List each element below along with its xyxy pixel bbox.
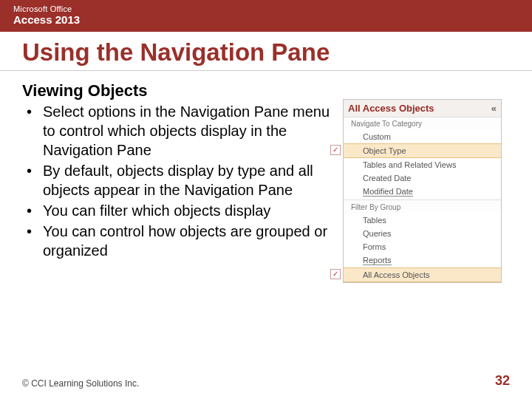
copyright: © CCI Learning Solutions Inc.	[22, 378, 139, 389]
brand-line: Microsoft Office	[13, 4, 519, 13]
bullet-item: You can filter which objects display	[22, 201, 332, 220]
collapse-icon[interactable]: «	[491, 103, 497, 114]
title-area: Using the Navigation Pane	[0, 32, 532, 71]
menu-item-modified-date[interactable]: Modified Date	[344, 185, 501, 199]
check-icon: ✓	[330, 269, 341, 279]
menu-item-tables[interactable]: Tables	[344, 214, 501, 227]
bullet-item: You can control how objects are grouped …	[22, 222, 332, 260]
page-number: 32	[495, 373, 510, 389]
menu-item-tables-related-views[interactable]: Tables and Related Views	[344, 158, 501, 171]
subheading: Viewing Objects	[22, 81, 332, 100]
product-line: Access 2013	[13, 13, 519, 26]
menu-item-custom[interactable]: Custom	[344, 130, 501, 143]
divider	[344, 200, 501, 200]
navigation-pane-menu: All Access Objects « Navigate To Categor…	[343, 99, 502, 283]
menu-item-all-access-objects[interactable]: All Access Objects	[344, 267, 501, 282]
footer: © CCI Learning Solutions Inc. 32	[0, 373, 532, 399]
body-area: Viewing Objects Select options in the Na…	[0, 81, 532, 373]
text-column: Viewing Objects Select options in the Na…	[22, 81, 332, 373]
image-column: All Access Objects « Navigate To Categor…	[343, 81, 505, 373]
navpane-header[interactable]: All Access Objects «	[344, 100, 501, 117]
slide: Microsoft Office Access 2013 Using the N…	[0, 0, 532, 399]
section-navigate-to-category: Navigate To Category	[344, 117, 501, 130]
navpane-title: All Access Objects	[348, 103, 434, 114]
menu-item-queries[interactable]: Queries	[344, 227, 501, 240]
bullet-item: Select options in the Navigation Pane me…	[22, 102, 332, 160]
menu-item-object-type[interactable]: Object Type	[344, 143, 501, 158]
check-icon: ✓	[330, 145, 341, 155]
bullet-list: Select options in the Navigation Pane me…	[22, 102, 332, 260]
section-filter-by-group: Filter By Group	[344, 201, 501, 214]
slide-header: Microsoft Office Access 2013	[0, 0, 532, 32]
menu-item-created-date[interactable]: Created Date	[344, 171, 501, 185]
slide-title: Using the Navigation Pane	[22, 39, 510, 66]
menu-item-reports[interactable]: Reports	[344, 253, 501, 267]
bullet-item: By default, objects display by type and …	[22, 161, 332, 200]
menu-item-forms[interactable]: Forms	[344, 240, 501, 253]
